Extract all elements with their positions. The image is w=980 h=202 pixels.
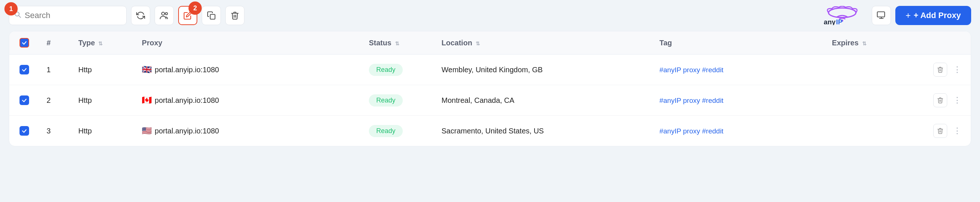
add-proxy-icon: + (906, 10, 911, 21)
header-proxy: Proxy (134, 31, 361, 55)
status-badge: Ready (369, 125, 403, 137)
svg-point-2 (162, 12, 165, 15)
row-expires (825, 55, 916, 85)
monitor-button[interactable] (872, 6, 891, 25)
svg-line-1 (19, 16, 21, 18)
row-checkbox-cell (9, 55, 39, 85)
row-delete-button[interactable] (933, 63, 947, 77)
svg-point-3 (165, 13, 167, 15)
refresh-button[interactable] (131, 6, 150, 25)
badge-2: 2 (188, 2, 202, 15)
svg-point-5 (829, 8, 856, 18)
row-checkbox-1[interactable] (19, 65, 29, 74)
header-location[interactable]: Location ⇅ (434, 31, 652, 55)
row-delete-button[interactable] (933, 124, 947, 138)
status-sort-icon: ⇅ (395, 40, 399, 46)
row-location: Montreal, Canada, CA (434, 85, 652, 116)
row-num: 2 (39, 85, 71, 116)
svg-rect-4 (210, 14, 215, 19)
row-type: Http (71, 116, 135, 146)
delete-button[interactable] (225, 6, 245, 25)
header-checkbox-col (9, 31, 39, 55)
flag-icon: 🇨🇦 (142, 95, 152, 105)
row-type: Http (71, 85, 135, 116)
svg-rect-9 (877, 12, 885, 17)
row-more-button[interactable]: ⋮ (951, 63, 963, 76)
row-num: 3 (39, 116, 71, 146)
type-sort-icon: ⇅ (98, 40, 103, 46)
select-all-checkbox[interactable] (19, 38, 29, 48)
row-status: Ready (361, 85, 434, 116)
row-proxy: 🇬🇧portal.anyip.io:1080 (134, 55, 361, 85)
header-expires[interactable]: Expires ⇅ (825, 31, 916, 55)
copy-button[interactable] (202, 6, 221, 25)
row-location: Sacramento, United States, US (434, 116, 652, 146)
header-actions (915, 31, 971, 55)
row-expires (825, 85, 916, 116)
logo-area: any IP (822, 6, 862, 25)
row-checkbox-cell (9, 116, 39, 146)
row-actions-cell: ⋮ (915, 116, 971, 146)
row-more-button[interactable]: ⋮ (951, 94, 963, 107)
header-tag: Tag (652, 31, 825, 55)
header-type[interactable]: Type ⇅ (71, 31, 135, 55)
add-proxy-button[interactable]: + + Add Proxy (895, 6, 971, 25)
row-checkbox-2[interactable] (19, 95, 29, 105)
svg-text:IP: IP (836, 18, 843, 25)
row-checkbox-cell (9, 85, 39, 116)
tag-link[interactable]: #anyIP proxy #reddit (659, 96, 724, 104)
search-input[interactable] (9, 6, 127, 25)
row-proxy: 🇺🇸portal.anyip.io:1080 (134, 116, 361, 146)
row-expires (825, 116, 916, 146)
expires-sort-icon: ⇅ (862, 40, 867, 46)
row-proxy: 🇨🇦portal.anyip.io:1080 (134, 85, 361, 116)
header-status[interactable]: Status ⇅ (361, 31, 434, 55)
flag-icon: 🇺🇸 (142, 126, 152, 135)
row-actions-cell: ⋮ (915, 55, 971, 85)
status-badge: Ready (369, 64, 403, 76)
users-button[interactable] (154, 6, 174, 25)
row-location: Wembley, United Kingdom, GB (434, 55, 652, 85)
row-status: Ready (361, 116, 434, 146)
proxy-table: # Type ⇅ Proxy Status ⇅ Location (9, 31, 971, 146)
add-proxy-label: + Add Proxy (914, 11, 961, 20)
row-type: Http (71, 55, 135, 85)
flag-icon: 🇬🇧 (142, 65, 152, 74)
table-row: 1 Http 🇬🇧portal.anyip.io:1080 Ready Wemb… (9, 55, 971, 85)
row-status: Ready (361, 55, 434, 85)
header-num: # (39, 31, 71, 55)
row-checkbox-3[interactable] (19, 126, 29, 136)
row-tag: #anyIP proxy #reddit (652, 55, 825, 85)
tag-link[interactable]: #anyIP proxy #reddit (659, 66, 724, 74)
table-header-row: # Type ⇅ Proxy Status ⇅ Location (9, 31, 971, 55)
row-num: 1 (39, 55, 71, 85)
status-badge: Ready (369, 95, 403, 107)
badge-1: 1 (5, 2, 18, 16)
row-more-button[interactable]: ⋮ (951, 125, 963, 137)
table-row: 2 Http 🇨🇦portal.anyip.io:1080 Ready Mont… (9, 85, 971, 116)
table-row: 3 Http 🇺🇸portal.anyip.io:1080 Ready Sacr… (9, 116, 971, 146)
proxy-table-wrapper: # Type ⇅ Proxy Status ⇅ Location (9, 31, 971, 146)
location-sort-icon: ⇅ (476, 40, 480, 46)
row-actions-cell: ⋮ (915, 85, 971, 116)
row-tag: #anyIP proxy #reddit (652, 85, 825, 116)
tag-link[interactable]: #anyIP proxy #reddit (659, 127, 724, 135)
row-tag: #anyIP proxy #reddit (652, 116, 825, 146)
svg-text:any: any (824, 18, 836, 25)
row-delete-button[interactable] (933, 93, 947, 107)
